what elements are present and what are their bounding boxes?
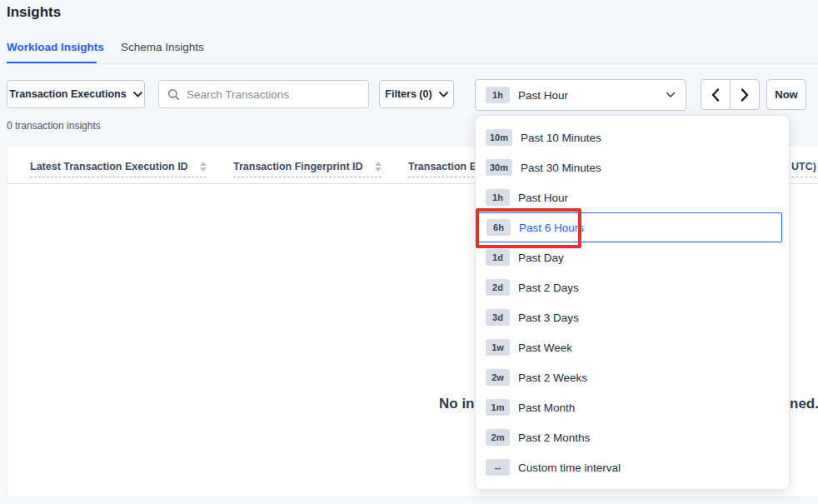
time-option-1w[interactable]: 1wPast Week: [476, 332, 789, 362]
now-label: Now: [775, 88, 797, 101]
search-box[interactable]: [158, 80, 369, 108]
time-option-label: Past 30 Minutes: [521, 162, 601, 174]
chevron-right-icon: [741, 88, 749, 102]
time-option-label: Past 3 Days: [518, 312, 579, 324]
time-option-badge: 1m: [486, 399, 510, 416]
sort-icon[interactable]: [200, 162, 207, 172]
filters-label: Filters (0): [385, 88, 431, 100]
time-option-badge: --: [486, 459, 510, 476]
column-header-label: UTC): [791, 161, 816, 172]
insights-count: 0 transaction insights: [7, 120, 101, 132]
filters-button[interactable]: Filters (0): [379, 80, 454, 108]
time-option-badge: 2d: [486, 279, 510, 296]
time-option-label: Custom time interval: [518, 462, 621, 474]
view-type-label: Transaction Executions: [9, 88, 126, 100]
empty-state-text-left: No in: [439, 396, 475, 412]
time-option-label: Past 2 Days: [518, 282, 579, 294]
sort-icon[interactable]: [375, 162, 382, 172]
column-header-1[interactable]: Transaction Fingerprint ID: [233, 161, 382, 177]
time-option-badge: 30m: [486, 159, 512, 176]
time-option-label: Past Week: [518, 342, 572, 354]
time-option-badge: 2w: [486, 369, 510, 386]
time-option-label: Past Hour: [518, 192, 568, 204]
empty-state-text-right: ned.: [790, 396, 818, 412]
time-interval-select[interactable]: 1h Past Hour: [475, 79, 686, 111]
time-option-badge: 1w: [486, 339, 510, 356]
time-option-badge: 1h: [486, 189, 510, 206]
time-option-1m[interactable]: 1mPast Month: [476, 392, 789, 422]
time-option-custom[interactable]: --Custom time interval: [476, 452, 789, 482]
time-interval-label: Past Hour: [518, 89, 657, 102]
column-header-0[interactable]: Latest Transaction Execution ID: [30, 161, 207, 177]
time-option-badge: 2m: [486, 429, 510, 446]
column-header-2: Transaction Ex: [408, 161, 482, 177]
time-option-2w[interactable]: 2wPast 2 Weeks: [476, 362, 789, 392]
column-header-label: Transaction Fingerprint ID: [233, 161, 363, 172]
now-button[interactable]: Now: [766, 79, 806, 110]
time-interval-badge: 1h: [486, 87, 510, 103]
page-title: Insights: [7, 4, 61, 21]
time-option-label: Past 10 Minutes: [521, 132, 601, 144]
time-option-label: Past Month: [518, 402, 575, 414]
time-option-2m[interactable]: 2mPast 2 Months: [476, 422, 789, 452]
view-type-dropdown[interactable]: Transaction Executions: [7, 80, 145, 108]
tabs-divider: [0, 63, 818, 64]
chevron-left-icon: [711, 88, 720, 102]
time-option-label: Past Day: [518, 252, 564, 264]
chevron-down-icon: [439, 92, 448, 97]
search-input[interactable]: [187, 88, 360, 101]
time-option-30m[interactable]: 30mPast 30 Minutes: [476, 152, 789, 182]
time-option-badge: 10m: [486, 129, 512, 146]
time-interval-dropdown: 10mPast 10 Minutes30mPast 30 Minutes1hPa…: [475, 115, 790, 490]
next-interval-button[interactable]: [730, 79, 760, 110]
time-option-2d[interactable]: 2dPast 2 Days: [476, 272, 789, 302]
search-icon: [167, 88, 180, 101]
column-header-3: UTC): [791, 161, 816, 177]
column-header-label: Transaction Ex: [408, 161, 482, 172]
previous-interval-button[interactable]: [701, 79, 731, 110]
time-option-3d[interactable]: 3dPast 3 Days: [476, 302, 789, 332]
column-header-label: Latest Transaction Execution ID: [30, 161, 188, 172]
tab-workload-insights[interactable]: Workload Insights: [7, 41, 104, 53]
time-option-badge: 3d: [486, 309, 510, 326]
annotation-highlight-box: [476, 208, 581, 248]
time-option-label: Past 2 Months: [518, 432, 590, 444]
tab-schema-insights[interactable]: Schema Insights: [121, 41, 204, 53]
time-option-label: Past 2 Weeks: [518, 372, 587, 384]
time-option-badge: 1d: [486, 249, 510, 266]
time-option-10m[interactable]: 10mPast 10 Minutes: [476, 122, 789, 152]
chevron-down-icon: [666, 92, 676, 98]
chevron-down-icon: [133, 92, 142, 97]
